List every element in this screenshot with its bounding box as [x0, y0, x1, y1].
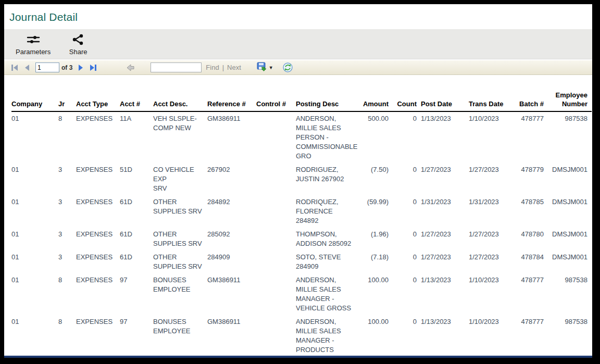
table-cell: 987538: [548, 111, 592, 163]
column-header-post-date: Post Date: [421, 91, 469, 111]
export-save-icon: [257, 62, 267, 73]
table-cell: 987538: [548, 315, 592, 357]
table-cell: 500.00: [357, 111, 393, 163]
table-cell: 01: [11, 250, 58, 273]
table-cell: GM386911: [207, 273, 256, 315]
table-cell: ANDERSON, MILLIE SALES PERSON - COMMISSI…: [296, 111, 357, 163]
table-cell: 478777: [515, 273, 548, 315]
table-cell: GM386911: [207, 111, 256, 163]
table-cell: 01: [11, 163, 58, 195]
export-button[interactable]: ▼: [257, 62, 273, 73]
next-link[interactable]: Next: [227, 64, 241, 71]
column-header-acct-num: Acct #: [120, 91, 153, 111]
share-label: Share: [69, 48, 88, 56]
table-row: 018EXPENSES97BONUSES EMPLOYEEGM386911AND…: [11, 315, 592, 357]
table-cell: VEH SLSPLE- COMP NEW: [153, 111, 207, 163]
table-cell: OTHER SUPPLIES SRV: [153, 250, 207, 273]
table-cell: OTHER SUPPLIES SRV: [153, 195, 207, 228]
report-viewer-window: Journal Detail Parameters: [4, 4, 592, 358]
column-header-amount: Amount: [357, 91, 393, 111]
table-cell: (7.18): [357, 250, 393, 273]
column-header-employee-number: Employee Number: [548, 91, 592, 111]
back-to-parent-report-button[interactable]: [126, 63, 136, 72]
table-cell: 8: [58, 315, 76, 357]
table-cell: EXPENSES: [76, 195, 120, 228]
table-cell: [256, 111, 296, 163]
table-cell: 3: [58, 228, 76, 250]
table-cell: 0: [393, 195, 421, 228]
table-cell: 1/10/2023: [469, 111, 515, 163]
report-toolbar: Parameters Share: [4, 29, 592, 59]
table-cell: ANDERSON, MILLIE SALES MANAGER - VEHICLE…: [296, 273, 357, 315]
column-header-batch-num: Batch #: [515, 91, 548, 111]
next-page-button[interactable]: [76, 63, 86, 72]
table-cell: 3: [58, 250, 76, 273]
table-cell: BONUSES EMPLOYEE: [153, 315, 207, 357]
table-cell: 3: [58, 195, 76, 228]
table-cell: 8: [58, 111, 76, 163]
table-cell: 01: [11, 111, 58, 163]
refresh-icon: [283, 62, 293, 72]
table-cell: 1/27/2023: [469, 163, 515, 195]
table-cell: DMSJM001: [548, 228, 592, 250]
table-cell: 0: [393, 163, 421, 195]
previous-page-button[interactable]: [22, 63, 32, 72]
table-cell: 1/31/2023: [469, 195, 515, 228]
table-body: 018EXPENSES11AVEH SLSPLE- COMP NEWGM3869…: [11, 111, 592, 358]
table-cell: 01: [11, 315, 58, 357]
table-cell: 61D: [120, 250, 153, 273]
table-cell: (7.50): [357, 163, 393, 195]
page-number-input[interactable]: [35, 62, 59, 72]
table-cell: 478780: [515, 228, 548, 250]
table-cell: 1/27/2023: [421, 250, 469, 273]
table-cell: 478784: [515, 250, 548, 273]
table-cell: ANDERSON, MILLIE SALES MANAGER - PRODUCT…: [296, 315, 357, 357]
table-cell: 1/27/2023: [421, 163, 469, 195]
column-header-control-num: Control #: [256, 91, 296, 111]
table-row: 018EXPENSES97BONUSES EMPLOYEEGM386911AND…: [11, 273, 592, 315]
table-cell: 0: [393, 273, 421, 315]
export-dropdown-caret-icon: ▼: [269, 65, 273, 70]
column-header-company: Company: [11, 91, 58, 111]
table-cell: 284909: [207, 250, 256, 273]
last-page-button[interactable]: [88, 63, 98, 72]
report-content: Company Jr Acct Type Acct # Acct Desc. R…: [4, 75, 592, 358]
table-cell: EXPENSES: [76, 273, 120, 315]
table-cell: DMSJM001: [548, 163, 592, 195]
table-cell: 100.00: [357, 273, 393, 315]
table-cell: 01: [11, 273, 58, 315]
bottom-window-edge: [4, 356, 592, 358]
table-cell: 1/27/2023: [469, 228, 515, 250]
table-cell: 1/13/2023: [421, 111, 469, 163]
table-cell: 1/13/2023: [421, 273, 469, 315]
table-cell: CO VEHICLE EXP SRV: [153, 163, 207, 195]
table-cell: 987538: [548, 273, 592, 315]
table-cell: 1/27/2023: [469, 250, 515, 273]
parameters-button[interactable]: Parameters: [11, 31, 55, 58]
pagination-toolbar: of 3 Find | Next: [4, 60, 592, 75]
search-input[interactable]: [151, 62, 202, 72]
table-cell: 1/31/2023: [421, 195, 469, 228]
table-cell: [256, 250, 296, 273]
table-cell: (59.99): [357, 195, 393, 228]
table-cell: 478779: [515, 163, 548, 195]
sliders-icon: [26, 33, 41, 46]
table-cell: [256, 163, 296, 195]
share-button[interactable]: Share: [63, 31, 93, 58]
first-page-button[interactable]: [9, 63, 20, 72]
table-cell: DMSJM001: [548, 195, 592, 228]
table-row: 013EXPENSES61DOTHER SUPPLIES SRV284892RO…: [11, 195, 592, 228]
table-cell: 0: [393, 111, 421, 163]
column-header-count: Count: [393, 91, 421, 111]
table-row: 013EXPENSES51DCO VEHICLE EXP SRV267902RO…: [11, 163, 592, 195]
table-row: 018EXPENSES11AVEH SLSPLE- COMP NEWGM3869…: [11, 111, 592, 163]
table-cell: [256, 228, 296, 250]
find-link[interactable]: Find: [206, 64, 219, 71]
parameters-label: Parameters: [16, 48, 51, 56]
refresh-button[interactable]: [283, 62, 293, 72]
table-cell: 100.00: [357, 315, 393, 357]
table-cell: 11A: [120, 111, 153, 163]
table-cell: 267902: [207, 163, 256, 195]
table-cell: 97: [120, 273, 153, 315]
table-cell: BONUSES EMPLOYEE: [153, 273, 207, 315]
